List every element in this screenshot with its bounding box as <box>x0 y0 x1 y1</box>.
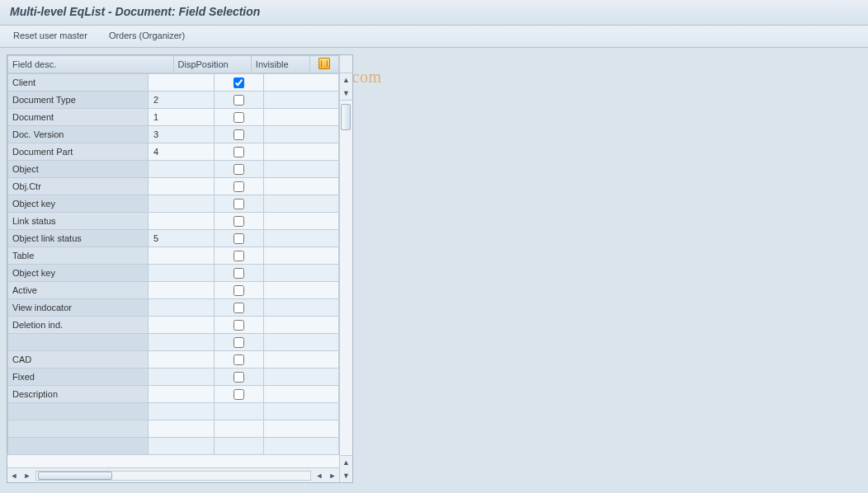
col-header-field-desc[interactable]: Field desc. <box>8 56 174 73</box>
invisible-cell[interactable] <box>215 195 264 213</box>
table-row[interactable]: Object link status5 <box>8 230 339 247</box>
invisible-checkbox[interactable] <box>234 147 244 157</box>
table-row[interactable]: Document1 <box>8 109 339 126</box>
invisible-checkbox[interactable] <box>234 164 244 175</box>
hscroll-thumb[interactable] <box>38 472 112 480</box>
disp-position-cell[interactable] <box>149 334 215 351</box>
invisible-checkbox[interactable] <box>234 251 244 261</box>
table-config-button[interactable] <box>309 56 338 73</box>
invisible-cell[interactable] <box>215 369 264 386</box>
table-row[interactable]: Fixed <box>8 369 339 386</box>
field-desc-cell[interactable] <box>8 420 149 438</box>
disp-position-cell[interactable] <box>149 282 215 299</box>
table-row[interactable]: Object key <box>8 265 339 282</box>
disp-position-cell[interactable]: 2 <box>149 92 215 109</box>
invisible-checkbox[interactable] <box>234 199 244 209</box>
col-header-invisible[interactable]: Invisible <box>251 56 309 73</box>
invisible-cell[interactable] <box>215 420 264 438</box>
disp-position-cell[interactable] <box>149 299 215 317</box>
invisible-cell[interactable] <box>215 386 264 403</box>
field-desc-cell[interactable]: Obj.Ctr <box>8 178 149 195</box>
reset-user-master-button[interactable]: Reset user master <box>10 29 91 42</box>
table-row[interactable] <box>8 420 339 438</box>
disp-position-cell[interactable] <box>149 265 215 282</box>
invisible-cell[interactable] <box>215 230 264 247</box>
table-row[interactable]: Deletion ind. <box>8 317 339 334</box>
invisible-checkbox[interactable] <box>234 95 244 106</box>
invisible-checkbox[interactable] <box>234 112 244 123</box>
invisible-checkbox[interactable] <box>234 337 244 348</box>
table-row[interactable]: Active <box>8 282 339 299</box>
field-desc-cell[interactable]: Active <box>8 282 149 299</box>
invisible-cell[interactable] <box>215 143 264 161</box>
invisible-cell[interactable] <box>215 109 264 126</box>
scroll-right-end-icon[interactable]: ► <box>326 470 339 481</box>
invisible-cell[interactable] <box>215 438 264 455</box>
col-header-disp-position[interactable]: DispPosition <box>173 56 251 73</box>
field-desc-cell[interactable] <box>8 403 149 420</box>
disp-position-cell[interactable] <box>149 178 215 195</box>
disp-position-cell[interactable]: 3 <box>149 126 215 143</box>
invisible-cell[interactable] <box>215 74 264 92</box>
field-desc-cell[interactable]: Document Part <box>8 143 149 161</box>
table-row[interactable]: Object <box>8 161 339 178</box>
hscroll-track[interactable] <box>35 471 311 481</box>
orders-organizer-button[interactable]: Orders (Organizer) <box>106 29 188 42</box>
disp-position-cell[interactable] <box>149 420 215 438</box>
field-desc-cell[interactable]: Doc. Version <box>8 126 149 143</box>
invisible-checkbox[interactable] <box>234 129 244 140</box>
disp-position-cell[interactable] <box>149 403 215 420</box>
table-row[interactable]: Object key <box>8 195 339 213</box>
field-desc-cell[interactable]: CAD <box>8 351 149 369</box>
horizontal-scrollbar[interactable]: ◄ ► ◄ ► <box>7 467 339 482</box>
invisible-checkbox[interactable] <box>234 372 244 383</box>
table-row[interactable] <box>8 403 339 420</box>
table-row[interactable]: Link status <box>8 213 339 230</box>
invisible-checkbox[interactable] <box>234 216 244 227</box>
disp-position-cell[interactable] <box>149 438 215 455</box>
invisible-cell[interactable] <box>215 178 264 195</box>
field-desc-cell[interactable]: Document <box>8 109 149 126</box>
field-desc-cell[interactable]: Object <box>8 161 149 178</box>
invisible-cell[interactable] <box>215 317 264 334</box>
vertical-scrollbar[interactable]: ▲ ▼ ▲ ▼ <box>339 55 352 482</box>
invisible-checkbox[interactable] <box>234 303 244 313</box>
scroll-up-end-icon[interactable]: ▲ <box>340 456 352 469</box>
invisible-cell[interactable] <box>215 265 264 282</box>
invisible-cell[interactable] <box>215 247 264 265</box>
scroll-down-end-icon[interactable]: ▼ <box>340 469 352 482</box>
invisible-cell[interactable] <box>215 351 264 369</box>
disp-position-cell[interactable] <box>149 74 215 92</box>
field-desc-cell[interactable]: Table <box>8 247 149 265</box>
table-row[interactable]: Table <box>8 247 339 265</box>
disp-position-cell[interactable] <box>149 386 215 403</box>
field-desc-cell[interactable]: Object link status <box>8 230 149 247</box>
invisible-checkbox[interactable] <box>234 320 244 331</box>
field-desc-cell[interactable]: Deletion ind. <box>8 317 149 334</box>
table-row[interactable]: View indocator <box>8 299 339 317</box>
invisible-checkbox[interactable] <box>234 77 244 88</box>
table-row[interactable]: Doc. Version3 <box>8 126 339 143</box>
table-row[interactable]: Client <box>8 74 339 92</box>
field-desc-cell[interactable] <box>8 438 149 455</box>
disp-position-cell[interactable] <box>149 351 215 369</box>
field-desc-cell[interactable]: View indocator <box>8 299 149 317</box>
table-row[interactable] <box>8 334 339 351</box>
scroll-up-icon[interactable]: ▲ <box>340 73 352 87</box>
scroll-down-step-icon[interactable]: ▼ <box>340 87 352 100</box>
disp-position-cell[interactable] <box>149 195 215 213</box>
table-row[interactable]: Document Part4 <box>8 143 339 161</box>
table-row[interactable]: CAD <box>8 351 339 369</box>
disp-position-cell[interactable]: 5 <box>149 230 215 247</box>
vscroll-thumb[interactable] <box>341 104 351 130</box>
invisible-cell[interactable] <box>215 403 264 420</box>
invisible-checkbox[interactable] <box>234 268 244 279</box>
disp-position-cell[interactable] <box>149 161 215 178</box>
invisible-cell[interactable] <box>215 161 264 178</box>
table-row[interactable] <box>8 438 339 455</box>
invisible-checkbox[interactable] <box>234 233 244 244</box>
scroll-left-end-icon[interactable]: ◄ <box>313 470 326 481</box>
table-row[interactable]: Document Type2 <box>8 92 339 109</box>
scroll-right-step-icon[interactable]: ► <box>21 470 34 481</box>
table-row[interactable]: Description <box>8 386 339 403</box>
